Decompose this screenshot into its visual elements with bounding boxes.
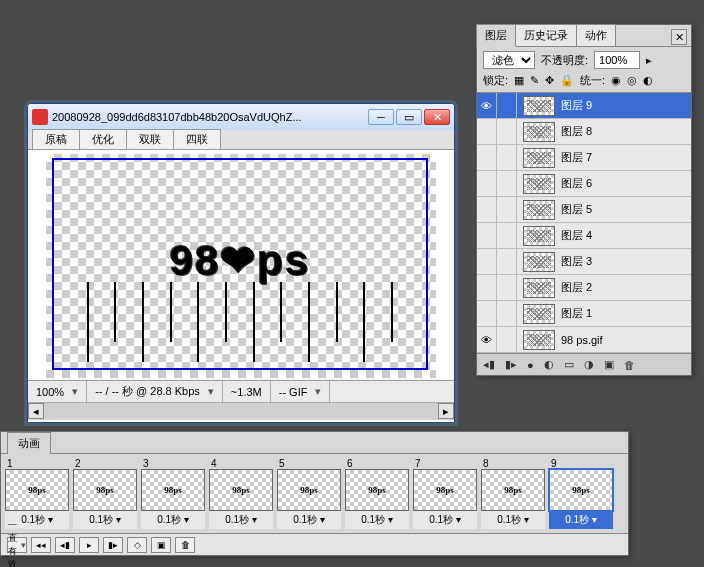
minimize-button[interactable]: ─ — [368, 109, 394, 125]
frame-delay[interactable]: 0.1秒 ▾ — [481, 511, 545, 529]
frame-thumbnail[interactable]: 98ps — [141, 469, 205, 511]
frame[interactable]: 298ps0.1秒 ▾ — [73, 458, 137, 529]
layer-thumbnail[interactable] — [523, 278, 555, 298]
frame-delay[interactable]: 0.1秒 ▾ — [209, 511, 273, 529]
first-frame-button[interactable]: ◂◂ — [31, 537, 51, 553]
visibility-toggle[interactable] — [477, 275, 497, 301]
layer-row[interactable]: 图层 6 — [477, 171, 691, 197]
next-frame-icon[interactable]: ▮▸ — [505, 358, 517, 371]
frame-thumbnail[interactable]: 98ps — [209, 469, 273, 511]
duplicate-frame-button[interactable]: ▣ — [151, 537, 171, 553]
titlebar[interactable]: 20080928_099dd6d83107dbb48b20OsaVdUQhZ..… — [28, 104, 454, 130]
close-button[interactable]: ✕ — [424, 109, 450, 125]
visibility-toggle[interactable] — [477, 301, 497, 327]
lock-position-icon[interactable]: ✥ — [545, 74, 554, 87]
layer-thumbnail[interactable] — [523, 174, 555, 194]
layer-thumbnail[interactable] — [523, 252, 555, 272]
layer-row[interactable]: 图层 5 — [477, 197, 691, 223]
layer-row[interactable]: 👁98 ps.gif — [477, 327, 691, 353]
frame-thumbnail[interactable]: 98ps — [277, 469, 341, 511]
frame-thumbnail[interactable]: 98ps — [73, 469, 137, 511]
frame-delay[interactable]: 0.1秒 ▾ — [141, 511, 205, 529]
frame-thumbnail[interactable]: 98ps — [413, 469, 477, 511]
unify-style-icon[interactable]: ◐ — [643, 74, 653, 87]
adjustment-icon[interactable]: ◑ — [584, 358, 594, 371]
frame-thumbnail[interactable]: 98ps — [345, 469, 409, 511]
frame[interactable]: 498ps0.1秒 ▾ — [209, 458, 273, 529]
tab-animation[interactable]: 动画 — [7, 432, 51, 454]
maximize-button[interactable]: ▭ — [396, 109, 422, 125]
frame-thumbnail[interactable]: 98ps — [5, 469, 69, 511]
visibility-toggle[interactable]: 👁 — [477, 93, 497, 119]
scroll-right-button[interactable]: ▸ — [438, 403, 454, 419]
layer-row[interactable]: 图层 2 — [477, 275, 691, 301]
lock-brush-icon[interactable]: ✎ — [530, 74, 539, 87]
lock-all-icon[interactable]: 🔒 — [560, 74, 574, 87]
panel-close-button[interactable]: ✕ — [671, 29, 687, 45]
delete-frame-button[interactable]: 🗑 — [175, 537, 195, 553]
layer-row[interactable]: 图层 3 — [477, 249, 691, 275]
fx-icon[interactable]: ● — [527, 359, 534, 371]
format-dropdown[interactable]: -- GIF — [271, 381, 331, 402]
frame[interactable]: 398ps0.1秒 ▾ — [141, 458, 205, 529]
new-layer-icon[interactable]: ▣ — [604, 358, 614, 371]
lock-transparency-icon[interactable]: ▦ — [514, 74, 524, 87]
frame-thumbnail[interactable]: 98ps — [481, 469, 545, 511]
layer-row[interactable]: 👁图层 9 — [477, 93, 691, 119]
visibility-toggle[interactable] — [477, 223, 497, 249]
scroll-left-button[interactable]: ◂ — [28, 403, 44, 419]
link-cell[interactable] — [497, 223, 517, 249]
visibility-toggle[interactable] — [477, 119, 497, 145]
link-cell[interactable] — [497, 145, 517, 171]
tab-actions[interactable]: 动作 — [576, 24, 616, 46]
prev-frame-button[interactable]: ◂▮ — [55, 537, 75, 553]
tween-button[interactable]: ◇ — [127, 537, 147, 553]
play-button[interactable]: ▸ — [79, 537, 99, 553]
h-scrollbar[interactable]: ◂ ▸ — [28, 402, 454, 420]
link-cell[interactable] — [497, 171, 517, 197]
visibility-toggle[interactable] — [477, 145, 497, 171]
chevron-down-icon[interactable]: ▸ — [646, 54, 652, 67]
tab-4up[interactable]: 四联 — [173, 129, 221, 149]
link-cell[interactable] — [497, 249, 517, 275]
tab-history[interactable]: 历史记录 — [515, 24, 577, 46]
layer-thumbnail[interactable] — [523, 330, 555, 350]
unify-visibility-icon[interactable]: ◎ — [627, 74, 637, 87]
link-cell[interactable] — [497, 119, 517, 145]
tab-optimized[interactable]: 优化 — [79, 129, 127, 149]
unify-position-icon[interactable]: ◉ — [611, 74, 621, 87]
frame[interactable]: 998ps0.1秒 ▾ — [549, 458, 613, 529]
layer-row[interactable]: 图层 7 — [477, 145, 691, 171]
frame-delay[interactable]: 0.1秒 ▾ — [277, 511, 341, 529]
layer-thumbnail[interactable] — [523, 304, 555, 324]
zoom-dropdown[interactable]: 100% — [28, 381, 87, 402]
frame[interactable]: 698ps0.1秒 ▾ — [345, 458, 409, 529]
tab-layers[interactable]: 图层 — [476, 24, 516, 47]
link-cell[interactable] — [497, 275, 517, 301]
layer-row[interactable]: 图层 1 — [477, 301, 691, 327]
link-cell[interactable] — [497, 93, 517, 119]
visibility-toggle[interactable] — [477, 197, 497, 223]
frame-delay[interactable]: 0.1秒 ▾ — [73, 511, 137, 529]
folder-icon[interactable]: ▭ — [564, 358, 574, 371]
tab-original[interactable]: 原稿 — [32, 129, 80, 149]
frame[interactable]: 598ps0.1秒 ▾ — [277, 458, 341, 529]
next-frame-button[interactable]: ▮▸ — [103, 537, 123, 553]
frame[interactable]: 798ps0.1秒 ▾ — [413, 458, 477, 529]
frame-thumbnail[interactable]: 98ps — [549, 469, 613, 511]
frame-delay[interactable]: 0.1秒 ▾ — [345, 511, 409, 529]
mask-icon[interactable]: ◐ — [544, 358, 554, 371]
opacity-input[interactable] — [594, 51, 640, 69]
layer-row[interactable]: 图层 4 — [477, 223, 691, 249]
layer-thumbnail[interactable] — [523, 200, 555, 220]
canvas[interactable]: 98❤ps — [28, 150, 454, 380]
layer-thumbnail[interactable] — [523, 122, 555, 142]
blend-mode-select[interactable]: 滤色 — [483, 51, 535, 69]
layer-thumbnail[interactable] — [523, 148, 555, 168]
layer-thumbnail[interactable] — [523, 96, 555, 116]
tab-2up[interactable]: 双联 — [126, 129, 174, 149]
visibility-toggle[interactable] — [477, 249, 497, 275]
download-time[interactable]: -- / -- 秒 @ 28.8 Kbps — [87, 381, 223, 402]
layer-thumbnail[interactable] — [523, 226, 555, 246]
slice-boundary[interactable]: 98❤ps — [52, 158, 428, 370]
